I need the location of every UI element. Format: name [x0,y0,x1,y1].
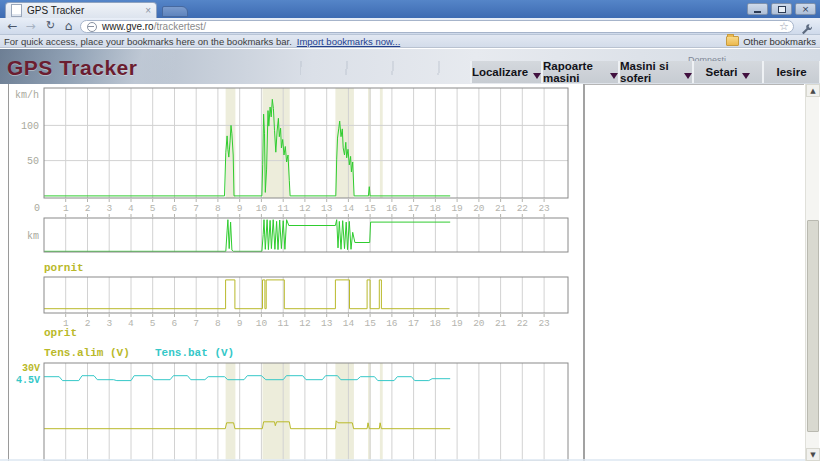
svg-text:30V: 30V [22,363,40,374]
svg-text:16: 16 [386,203,398,214]
url-path: /trackertest/ [154,21,206,32]
content-left-border [8,84,9,461]
svg-text:1: 1 [63,203,69,214]
svg-text:16: 16 [386,318,398,329]
browser-toolbar: ← → ↻ ⌂ www.gve.ro/trackertest/ ☆ [0,18,820,35]
new-tab-button[interactable] [162,6,188,17]
minimize-button[interactable] [747,3,768,15]
import-bookmarks-link[interactable]: Import bookmarks now... [297,36,400,47]
svg-text:0: 0 [34,203,40,214]
svg-text:12: 12 [299,203,311,214]
other-bookmarks-label: Other bookmarks [743,36,816,47]
svg-text:18: 18 [430,318,442,329]
reload-icon[interactable]: ↻ [42,18,59,35]
address-bar[interactable]: www.gve.ro/trackertest/ [80,20,794,33]
svg-text:14: 14 [343,318,355,329]
scroll-down-button[interactable]: ▼ [806,448,820,461]
main-nav-menu: Localizare Rapoarte masini Masini si sof… [470,61,820,83]
svg-text:km: km [27,231,39,242]
svg-text:9: 9 [237,203,243,214]
svg-text:Tens.bat (V): Tens.bat (V) [155,347,234,359]
svg-text:23: 23 [538,318,550,329]
url-text: www.gve.ro/trackertest/ [102,21,206,32]
ignition-chart: 1234567891011121314151617181920212223por… [44,262,568,339]
svg-text:Tens.alim (V): Tens.alim (V) [44,347,130,359]
svg-text:pornit: pornit [44,262,84,274]
svg-text:50: 50 [27,156,39,167]
scroll-up-button[interactable]: ▲ [806,84,820,97]
menu-item-setari[interactable]: Setari [692,61,762,83]
svg-text:15: 15 [364,318,376,329]
tab-close-icon[interactable]: × [145,6,151,16]
speed-chart: 1005012345678910111213141516171819202122… [15,88,568,217]
restore-icon [778,6,786,13]
svg-text:3: 3 [106,318,112,329]
home-icon[interactable]: ⌂ [60,18,77,35]
chevron-down-icon [742,73,750,79]
chevron-down-icon [684,73,692,79]
other-bookmarks-button[interactable]: Other bookmarks [726,36,816,47]
content-divider [583,84,585,461]
svg-text:18: 18 [430,203,442,214]
svg-text:14: 14 [343,203,355,214]
menu-label: Rapoarte masini [543,60,605,84]
svg-text:17: 17 [408,318,419,329]
menu-label: Iesire [776,66,806,78]
svg-text:5: 5 [150,203,156,214]
window-titlebar: GPS Tracker × × [0,0,820,18]
svg-text:23: 23 [538,203,550,214]
bookmarks-bar: For quick access, place your bookmarks h… [0,35,820,48]
svg-text:22: 22 [517,203,529,214]
svg-text:6: 6 [172,318,178,329]
page-favicon-icon [11,4,22,17]
bookmarks-hint: For quick access, place your bookmarks h… [4,36,292,47]
svg-text:20: 20 [473,203,485,214]
svg-text:7: 7 [193,318,199,329]
svg-text:11: 11 [277,203,289,214]
menu-label: Masini si soferi [620,60,679,84]
browser-tab[interactable]: GPS Tracker × [5,2,157,18]
svg-text:13: 13 [321,318,333,329]
browser-window: { "browser": { "tab_title": "GPS Tracker… [0,0,820,461]
svg-text:19: 19 [451,318,463,329]
distance-chart: km [27,218,568,252]
minimize-icon [754,11,761,13]
menu-label: Setari [706,66,738,78]
svg-text:3: 3 [106,203,112,214]
vertical-scrollbar[interactable]: ▲ ▼ [805,84,819,461]
menu-item-localizare[interactable]: Localizare [470,61,541,83]
forward-icon[interactable]: → [22,18,39,35]
url-domain: www.gve.ro [102,21,154,32]
svg-text:9: 9 [237,318,243,329]
svg-text:15: 15 [364,203,376,214]
svg-text:10: 10 [256,203,268,214]
scrollbar-thumb[interactable] [807,220,819,432]
svg-text:13: 13 [321,203,333,214]
close-button[interactable]: × [795,3,816,15]
site-logo: GPS Tracker [7,56,137,80]
voltage-chart: Tens.alim (V)Tens.bat (V)30V4.5V [16,347,568,461]
menu-label: Localizare [472,66,528,78]
window-controls: × [747,3,816,15]
svg-text:22: 22 [517,318,529,329]
svg-text:7: 7 [193,203,199,214]
menu-item-rapoarte-masini[interactable]: Rapoarte masini [541,61,618,83]
svg-text:21: 21 [495,318,507,329]
bookmark-star-icon[interactable]: ☆ [777,20,791,33]
back-icon[interactable]: ← [4,18,21,35]
svg-text:2: 2 [85,203,91,214]
svg-text:10: 10 [256,318,268,329]
right-panel-topline [585,84,804,85]
chevron-down-icon [610,73,618,79]
restore-button[interactable] [771,3,792,15]
menu-item-masini-si-soferi[interactable]: Masini si soferi [618,61,692,83]
menu-item-iesire[interactable]: Iesire [762,61,820,83]
tab-title: GPS Tracker [27,5,140,16]
svg-text:8: 8 [215,203,221,214]
svg-text:4: 4 [128,318,134,329]
svg-text:12: 12 [299,318,311,329]
svg-text:100: 100 [21,121,39,132]
svg-text:11: 11 [277,318,289,329]
globe-icon [87,22,97,32]
svg-text:21: 21 [495,203,507,214]
